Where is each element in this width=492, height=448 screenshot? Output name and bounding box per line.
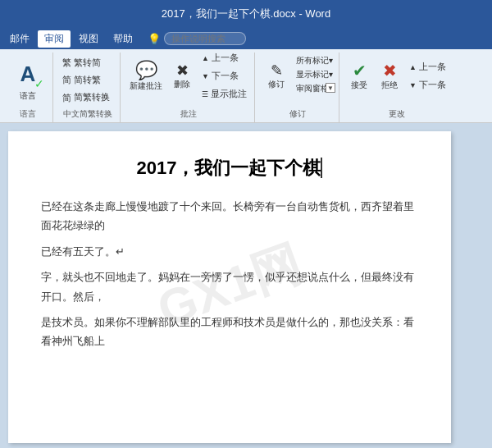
prev-change-button[interactable]: ▲ 上一条	[405, 59, 450, 75]
paragraph-2: 字，就头也不回地走了。妈妈在一旁愣了一愣，似乎还想说点什么，但最终没有开口。然后…	[41, 267, 418, 306]
para1b-text: 已经有五天了。↵	[41, 245, 125, 258]
language-check-icon: ✓	[34, 77, 44, 90]
chinese-btn-row3: 简 简繁转换	[58, 89, 116, 107]
bulb-icon: 💡	[148, 33, 161, 45]
prev-change-label: 上一条	[419, 62, 446, 73]
trad-to-simp-icon: 繁	[62, 57, 71, 69]
trad-to-simp-label: 繁转简	[74, 57, 101, 69]
title-bar: 2017，我们一起下个棋.docx - Word	[0, 0, 492, 28]
new-comment-icon: 💬	[135, 62, 157, 80]
changes-group-label: 更改	[344, 107, 450, 121]
tracking-main-row: ✎ 修订 所有标记▾ 显示标记▾ 审阅窗格▾	[260, 54, 335, 107]
menu-item-view[interactable]: 视图	[72, 30, 105, 48]
cn-convert-label: 简繁转换	[74, 92, 110, 103]
language-a-icon: A	[20, 63, 36, 85]
delete-comment-icon: ✖	[176, 63, 189, 78]
comments-group: 💬 新建批注 ✖ 删除 ▲ 上一条 ▼ 下一条 ☰ 显示	[122, 53, 255, 122]
title-bar-text: 2017，我们一起下个棋.docx - Word	[162, 7, 330, 21]
chinese-btn-row1: 繁 繁转简	[58, 54, 116, 71]
next-change-icon: ▼	[409, 81, 417, 89]
reject-label: 拒绝	[381, 80, 398, 90]
search-input[interactable]	[164, 32, 246, 45]
simp-to-trad-icon: 简	[62, 74, 71, 86]
ribbon: A ✓ 语言 语言 繁 繁转简 简 简转繁 简 简繁转换	[0, 49, 492, 123]
prev-comment-button[interactable]: ▲ 上一条	[198, 50, 251, 66]
paragraph-1: 已经在这条走廊上慢慢地踱了十个来回。长椅旁有一台自动售货机，西齐望着里面花花绿绿…	[41, 197, 418, 235]
simp-to-trad-btn[interactable]: 简 简转繁	[58, 72, 105, 89]
accept-button[interactable]: ✔ 接受	[344, 54, 374, 98]
document-title-text: 2017，我们一起下个棋	[137, 158, 321, 178]
para1-text: 已经在这条走廊上慢慢地踱了十个来回。长椅旁有一台自动售货机，西齐望着里面花花绿绿…	[41, 200, 414, 231]
language-button[interactable]: A ✓ 语言	[7, 58, 49, 103]
next-comment-label: 下一条	[212, 71, 239, 82]
para2-text: 字，就头也不回地走了。妈妈在一旁愣了一愣，似乎还想说点什么，但最终没有开口。然后…	[41, 271, 414, 302]
menu-search-area: 💡	[148, 32, 246, 45]
language-group-label: 语言	[7, 107, 49, 121]
new-comment-label: 新建批注	[130, 81, 162, 91]
tracking-group: ✎ 修订 所有标记▾ 显示标记▾ 审阅窗格▾ ▼ 修订	[257, 53, 339, 122]
all-markup-btn[interactable]: 所有标记▾	[294, 54, 335, 67]
tracking-group-label: 修订	[260, 107, 335, 121]
track-changes-label: 修订	[268, 80, 285, 89]
comments-group-label: 批注	[125, 107, 251, 121]
language-group: A ✓ 语言 语言	[3, 53, 53, 122]
track-changes-button[interactable]: ✎ 修订	[260, 54, 293, 98]
all-markup-label: 所有标记▾	[296, 55, 333, 66]
cn-convert-btn[interactable]: 简 简繁转换	[58, 89, 114, 106]
chinese-convert-group: 繁 繁转简 简 简转繁 简 简繁转换 中文简繁转换	[55, 53, 121, 122]
next-change-button[interactable]: ▼ 下一条	[405, 77, 450, 94]
next-change-label: 下一条	[419, 80, 446, 91]
prev-comment-icon: ▲	[202, 54, 209, 62]
show-comment-label: 显示批注	[211, 89, 247, 100]
track-changes-icon: ✎	[271, 63, 283, 78]
next-comment-button[interactable]: ▼ 下一条	[198, 68, 251, 85]
para3-text: 是技术员。如果你不理解部队里的工程师和技术员是做什么的，那也没关系：看看神州飞船…	[41, 316, 414, 347]
accept-icon: ✔	[353, 62, 367, 79]
comments-main-row: 💬 新建批注 ✖ 删除 ▲ 上一条 ▼ 下一条 ☰ 显示	[125, 54, 251, 107]
paragraph-1b: 已经有五天了。↵	[41, 242, 418, 261]
document-area: GX1网 2017，我们一起下个棋 已经在这条走廊上慢慢地踱了十个来回。长椅旁有…	[0, 123, 492, 448]
prev-comment-label: 上一条	[212, 53, 239, 64]
show-comment-icon: ☰	[202, 90, 208, 98]
show-markup-btn[interactable]: 显示标记▾	[294, 68, 335, 81]
comment-nav-column: ▲ 上一条 ▼ 下一条 ☰ 显示批注	[198, 54, 251, 98]
prev-change-icon: ▲	[409, 63, 417, 71]
language-btn-row: A ✓ 语言	[7, 54, 49, 107]
new-comment-button[interactable]: 💬 新建批注	[125, 54, 166, 98]
language-btn-label: 语言	[20, 90, 36, 102]
accept-label: 接受	[351, 80, 367, 90]
accept-reject-row: ✔ 接受 ✖ 拒绝 ▲ 上一条 ▼ 下一条	[344, 54, 450, 107]
simp-to-trad-label: 简转繁	[74, 75, 101, 86]
cursor	[321, 158, 322, 178]
language-icon-box: A ✓	[13, 59, 43, 89]
reject-icon: ✖	[383, 62, 397, 79]
document-page: GX1网 2017，我们一起下个棋 已经在这条走廊上慢慢地踱了十个来回。长椅旁有…	[8, 131, 451, 443]
accept-reject-group: ✔ 接受 ✖ 拒绝 ▲ 上一条 ▼ 下一条 更改	[341, 53, 453, 122]
menu-item-help[interactable]: 帮助	[107, 30, 139, 48]
document-title: 2017，我们一起下个棋	[41, 156, 418, 181]
cn-convert-icon: 简	[62, 92, 71, 104]
chinese-group-label: 中文简繁转换	[58, 107, 116, 121]
chinese-btn-row2: 简 简转繁	[58, 71, 116, 89]
trad-to-simp-btn[interactable]: 繁 繁转简	[58, 55, 105, 71]
change-nav-column: ▲ 上一条 ▼ 下一条	[405, 54, 450, 98]
reject-button[interactable]: ✖ 拒绝	[375, 54, 404, 98]
menu-item-review[interactable]: 审阅	[38, 30, 71, 48]
show-comment-button[interactable]: ☰ 显示批注	[198, 86, 251, 103]
show-markup-label: 显示标记▾	[296, 69, 333, 80]
paragraph-3: 是技术员。如果你不理解部队里的工程师和技术员是做什么的，那也没关系：看看神州飞船…	[41, 313, 418, 351]
delete-comment-label: 删除	[174, 80, 190, 89]
next-comment-icon: ▼	[202, 72, 209, 80]
menu-item-mail[interactable]: 邮件	[3, 30, 36, 48]
tracking-expand-btn[interactable]: ▼	[326, 83, 335, 93]
delete-comment-button[interactable]: ✖ 删除	[167, 54, 197, 98]
menu-bar: 邮件 审阅 视图 帮助 💡	[0, 28, 492, 49]
